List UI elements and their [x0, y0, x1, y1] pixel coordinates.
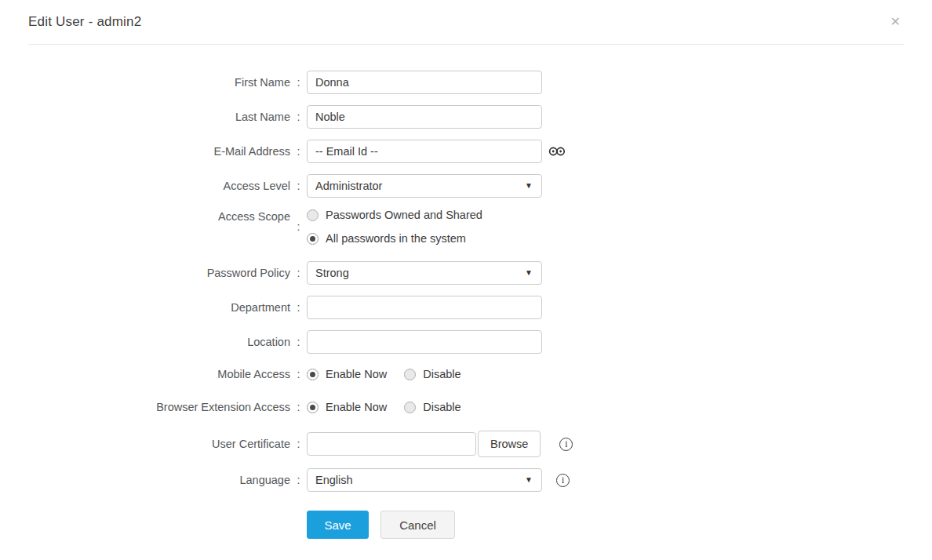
password-policy-value: Strong [315, 267, 349, 279]
access-scope-option-owned[interactable]: Passwords Owned and Shared [307, 209, 482, 221]
last-name-row: Last Name : [28, 105, 932, 129]
location-label: Location [28, 336, 290, 348]
access-level-label: Access Level [28, 180, 290, 192]
access-level-select[interactable]: Administrator ▼ [307, 174, 542, 198]
radio-selected-icon[interactable] [307, 369, 319, 380]
location-row: Location : [28, 330, 932, 354]
location-input[interactable] [307, 330, 542, 354]
colon: : [290, 336, 307, 348]
access-scope-label: Access Scope [28, 209, 290, 245]
last-name-input[interactable] [307, 105, 542, 129]
first-name-input[interactable] [307, 71, 542, 94]
email-label: E-Mail Address [28, 145, 290, 158]
dialog-title: Edit User - admin2 [28, 14, 141, 30]
password-policy-label: Password Policy [28, 267, 290, 279]
browser-extension-disable[interactable]: Disable [404, 401, 461, 413]
password-policy-select[interactable]: Strong ▼ [307, 261, 542, 285]
colon: : [290, 474, 307, 486]
colon: : [290, 438, 307, 450]
info-icon[interactable]: i [559, 438, 573, 451]
radio-selected-icon[interactable] [307, 402, 319, 413]
mobile-access-enable[interactable]: Enable Now [307, 368, 387, 380]
colon: : [290, 301, 307, 314]
chevron-down-icon: ▼ [525, 269, 533, 277]
radio-label[interactable]: Disable [423, 401, 461, 413]
user-certificate-input[interactable] [307, 432, 476, 456]
radio-label[interactable]: Enable Now [326, 401, 387, 413]
radio-label[interactable]: Enable Now [326, 368, 387, 380]
mobile-access-disable[interactable]: Disable [404, 368, 461, 380]
email-row: E-Mail Address : [28, 140, 932, 163]
chevron-down-icon: ▼ [525, 182, 533, 190]
access-scope-option-all[interactable]: All passwords in the system [307, 232, 482, 245]
radio-selected-icon[interactable] [307, 233, 319, 245]
radio-unselected-icon[interactable] [307, 209, 319, 221]
colon: : [290, 76, 307, 89]
colon: : [290, 180, 307, 192]
radio-unselected-icon[interactable] [404, 402, 416, 413]
browser-extension-access-label: Browser Extension Access [28, 401, 290, 413]
language-row: Language : English ▼ i [28, 468, 932, 492]
radio-label[interactable]: Disable [423, 368, 461, 380]
user-certificate-label: User Certificate [28, 438, 290, 450]
colon: : [290, 368, 307, 380]
first-name-row: First Name : [28, 71, 932, 94]
cancel-button[interactable]: Cancel [380, 511, 455, 539]
colon: : [290, 111, 307, 123]
info-icon[interactable]: i [556, 474, 570, 487]
radio-unselected-icon[interactable] [404, 369, 416, 380]
browser-extension-access-row: Browser Extension Access : Enable Now Di… [28, 398, 932, 416]
close-icon[interactable]: ✕ [887, 13, 904, 31]
department-input[interactable] [307, 296, 542, 319]
last-name-label: Last Name [28, 111, 290, 123]
language-select[interactable]: English ▼ [307, 468, 542, 492]
save-button[interactable]: Save [307, 511, 369, 539]
binoculars-icon[interactable] [548, 145, 566, 158]
radio-label[interactable]: Passwords Owned and Shared [326, 209, 482, 221]
colon: : [290, 401, 307, 413]
access-level-value: Administrator [315, 180, 382, 192]
action-buttons: Save Cancel [28, 511, 932, 539]
chevron-down-icon: ▼ [525, 476, 533, 484]
radio-label[interactable]: All passwords in the system [326, 232, 466, 245]
user-certificate-row: User Certificate : Browse i [28, 431, 932, 457]
edit-user-form: First Name : Last Name : E-Mail Address … [0, 45, 932, 539]
password-policy-row: Password Policy : Strong ▼ [28, 261, 932, 285]
language-label: Language [28, 474, 290, 486]
language-value: English [315, 474, 353, 486]
mobile-access-row: Mobile Access : Enable Now Disable [28, 365, 932, 384]
access-scope-row: Access Scope : Passwords Owned and Share… [28, 209, 932, 245]
email-input[interactable] [307, 140, 542, 163]
department-row: Department : [28, 296, 932, 319]
department-label: Department [28, 301, 290, 314]
mobile-access-label: Mobile Access [28, 368, 290, 380]
colon: : [290, 267, 307, 279]
access-level-row: Access Level : Administrator ▼ [28, 174, 932, 198]
browser-extension-enable[interactable]: Enable Now [307, 401, 387, 413]
first-name-label: First Name [28, 76, 290, 89]
browse-button[interactable]: Browse [478, 431, 541, 457]
colon: : [290, 209, 307, 245]
colon: : [290, 145, 307, 158]
dialog-header: Edit User - admin2 ✕ [28, 0, 904, 45]
